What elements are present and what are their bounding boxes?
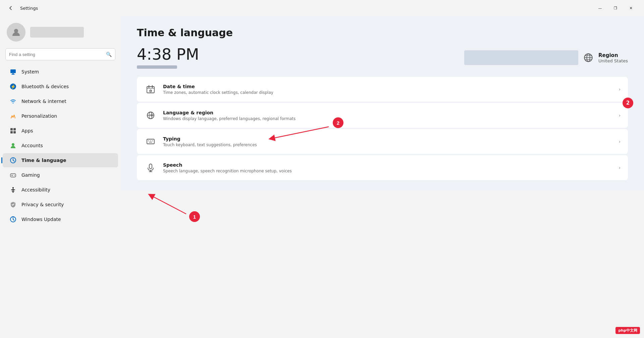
sidebar-item-time[interactable]: Time & language (3, 153, 118, 167)
sidebar-item-network[interactable]: Network & internet (3, 94, 118, 108)
sidebar-item-accounts[interactable]: Accounts (3, 138, 118, 153)
card-language[interactable]: Language & region Windows display langua… (137, 103, 628, 128)
main-wrapper: Time & language 4:38 PM (121, 16, 644, 338)
card-datetime-text: Date & time Time zones, automatic clock … (163, 84, 619, 95)
network-icon (9, 98, 17, 105)
region-value: United States (598, 58, 628, 63)
close-button[interactable]: ✕ (623, 3, 639, 13)
personalization-icon (9, 112, 17, 120)
svg-point-11 (12, 143, 14, 146)
search-icon: 🔍 (106, 52, 112, 57)
svg-rect-10 (13, 131, 16, 133)
card-speech-text: Speech Speech language, speech recogniti… (163, 162, 619, 173)
svg-rect-8 (13, 128, 16, 130)
card-language-title: Language & region (163, 110, 619, 115)
window-controls: — ❐ ✕ (592, 3, 639, 13)
svg-point-6 (13, 103, 14, 104)
region-section: Region United States (464, 50, 628, 65)
svg-text:⚡: ⚡ (10, 84, 16, 90)
svg-line-41 (151, 195, 186, 214)
svg-rect-2 (12, 73, 14, 74)
sidebar-label-time: Time & language (21, 158, 66, 163)
main-content: Time & language 4:38 PM (121, 16, 644, 191)
sidebar-item-gaming[interactable]: Gaming (3, 168, 118, 182)
card-speech-title: Speech (163, 162, 619, 168)
minimize-button[interactable]: — (592, 3, 608, 13)
svg-text:1: 1 (193, 214, 196, 220)
gaming-icon (9, 171, 17, 179)
card-datetime-subtitle: Time zones, automatic clock settings, ca… (163, 90, 619, 95)
sidebar-label-accessibility: Accessibility (21, 187, 50, 192)
sidebar-label-personalization: Personalization (21, 113, 57, 119)
privacy-icon (9, 201, 17, 208)
sidebar-item-system[interactable]: System (3, 65, 118, 79)
settings-list: Date & time Time zones, automatic clock … (137, 77, 628, 180)
sidebar-label-system: System (21, 69, 39, 74)
svg-rect-3 (11, 74, 15, 75)
app-body: 🔍 System ⚡ Bluetooth & devices (0, 16, 644, 338)
sidebar-label-network: Network & internet (21, 99, 66, 104)
chevron-right-icon-3: › (619, 139, 621, 144)
date-bar (137, 65, 177, 69)
time-icon (9, 157, 17, 164)
chevron-right-icon-4: › (619, 165, 621, 170)
sidebar-item-bluetooth[interactable]: ⚡ Bluetooth & devices (3, 79, 118, 94)
time-region-bar: 4:38 PM Region United States (137, 47, 628, 69)
sidebar: 🔍 System ⚡ Bluetooth & devices (0, 16, 121, 338)
user-section (0, 19, 121, 47)
sidebar-label-gaming: Gaming (21, 172, 40, 178)
search-input[interactable] (9, 52, 103, 57)
svg-rect-33 (147, 139, 154, 144)
title-bar: Settings — ❐ ✕ (0, 0, 644, 16)
svg-point-18 (12, 187, 14, 188)
watermark: php中文网 (615, 327, 640, 334)
apps-icon (9, 127, 17, 134)
sidebar-label-privacy: Privacy & security (21, 202, 64, 207)
time-text: 4:38 PM (137, 47, 199, 62)
sidebar-item-accessibility[interactable]: Accessibility (3, 183, 118, 197)
language-icon (144, 109, 157, 122)
card-language-text: Language & region Windows display langua… (163, 110, 619, 121)
sidebar-item-apps[interactable]: Apps (3, 124, 118, 138)
region-blurred-bar (464, 50, 578, 65)
page-title: Time & language (137, 27, 628, 39)
sidebar-item-update[interactable]: Windows Update (3, 212, 118, 226)
sidebar-label-update: Windows Update (21, 217, 61, 222)
svg-rect-9 (10, 131, 13, 133)
card-speech[interactable]: Speech Speech language, speech recogniti… (137, 155, 628, 180)
accessibility-icon (9, 186, 17, 193)
chevron-right-icon-2: › (619, 113, 621, 118)
svg-rect-38 (149, 164, 152, 169)
card-typing-subtitle: Touch keyboard, text suggestions, prefer… (163, 143, 619, 147)
sidebar-item-personalization[interactable]: Personalization (3, 109, 118, 123)
region-label: Region (598, 52, 618, 58)
typing-icon (144, 135, 157, 148)
svg-point-16 (14, 175, 14, 175)
time-display: 4:38 PM (137, 47, 199, 69)
datetime-icon (144, 83, 157, 96)
svg-point-42 (189, 211, 200, 222)
update-icon (9, 216, 17, 223)
region-info: Region United States (598, 52, 628, 63)
card-typing-text: Typing Touch keyboard, text suggestions,… (163, 136, 619, 147)
back-button[interactable] (5, 3, 16, 13)
card-language-subtitle: Windows display language, preferred lang… (163, 116, 619, 121)
card-typing-title: Typing (163, 136, 619, 142)
card-datetime[interactable]: Date & time Time zones, automatic clock … (137, 77, 628, 102)
svg-rect-1 (10, 69, 16, 73)
card-datetime-title: Date & time (163, 84, 619, 89)
accounts-icon (9, 142, 17, 149)
speech-icon (144, 161, 157, 174)
sidebar-label-apps: Apps (21, 128, 33, 133)
svg-rect-7 (10, 128, 13, 130)
maximize-button[interactable]: ❐ (608, 3, 623, 13)
system-icon (9, 68, 17, 75)
svg-point-17 (14, 175, 15, 176)
sidebar-item-privacy[interactable]: Privacy & security (3, 198, 118, 212)
card-speech-subtitle: Speech language, speech recognition micr… (163, 169, 619, 173)
sidebar-label-bluetooth: Bluetooth & devices (21, 84, 69, 89)
bluetooth-icon: ⚡ (9, 83, 17, 90)
search-box[interactable]: 🔍 (5, 48, 115, 60)
card-typing[interactable]: Typing Touch keyboard, text suggestions,… (137, 129, 628, 154)
user-name-bar (30, 27, 84, 38)
